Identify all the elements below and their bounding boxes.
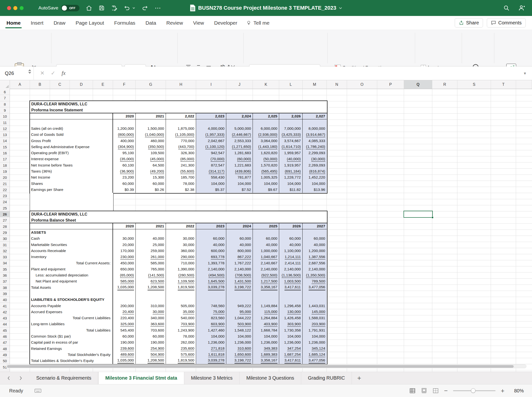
balance-sheet-cell-value[interactable]: 3,198,722 [226,358,253,364]
income-statement-cell-value[interactable]: (304,900) [113,144,136,150]
income-statement-year-header[interactable]: 2,024 [226,113,253,119]
balance-sheet-cell-value[interactable]: 2,140,000 [303,266,327,272]
search-icon[interactable] [503,5,510,11]
income-statement-cell-value[interactable]: (2,446,667) [226,132,253,138]
row-header-29[interactable]: 29 [0,230,10,236]
save-icon[interactable] [99,3,105,13]
income-statement-cell-value[interactable]: 3,574,667 [279,138,303,144]
balance-sheet-cell-value[interactable]: 20,400 [113,309,136,315]
balance-sheet-cell-value[interactable]: 254,900 [136,346,166,352]
balance-sheet-cell-value[interactable]: 703,600 [136,327,166,333]
income-statement-cell-value[interactable] [196,119,226,125]
balance-sheet-cell-value[interactable]: 290,000 [166,254,196,260]
income-statement-cell-value[interactable]: (30,000) [303,156,327,162]
income-statement-cell-value[interactable]: (3,425,333) [279,132,303,138]
balance-sheet-cell-value[interactable] [303,229,327,235]
income-statement-row-label[interactable] [30,119,113,125]
ribbon-tab-home[interactable]: Home [1,16,26,30]
tell-me[interactable]: Tell me [246,20,270,26]
balance-sheet-cell-value[interactable] [136,290,166,296]
balance-sheet-cell-value[interactable]: 3,358,167 [253,284,279,290]
row-header-20[interactable]: 20 [0,174,10,180]
column-header-S[interactable]: S [457,80,491,89]
balance-sheet-cell-value[interactable]: 3,417,611 [279,284,303,290]
balance-sheet-cell-value[interactable]: 1,035,000 [113,358,136,364]
balance-sheet-cell-value[interactable]: 600,000 [196,248,226,254]
balance-sheet-cell-value[interactable]: (1,350,500) [303,272,327,278]
sheet-tab-milestone-3-metrics[interactable]: Milestone 3 Metrics [184,372,240,384]
balance-sheet-row-label[interactable]: Capital paid in excess of par [30,339,113,346]
balance-sheet-cell-value[interactable]: 3,477,056 [303,284,327,290]
balance-sheet-cell-value[interactable]: 2,140,000 [196,266,226,272]
balance-sheet-row-label[interactable]: Inventory [30,254,113,260]
balance-sheet-cell-value[interactable] [226,290,253,296]
balance-sheet-cell-value[interactable]: 545,400 [113,327,136,333]
balance-sheet-cell-value[interactable]: 130,000 [279,309,303,315]
balance-sheet-cell-value[interactable]: 104,000 [196,333,226,339]
cancel-icon[interactable]: ✕ [40,70,44,76]
balance-sheet-cell-value[interactable]: 2,414,111 [279,260,303,266]
balance-sheet-cell-value[interactable]: 1,689,383 [253,352,279,358]
row-header-42[interactable]: 42 [0,309,10,315]
column-header-I[interactable]: I [196,80,226,89]
balance-sheet-cell-value[interactable]: 35,000 [166,309,196,315]
balance-sheet-cell-value[interactable]: 60,000 [226,236,253,242]
income-statement-year-header[interactable]: 2021 [136,113,166,119]
balance-sheet-cell-value[interactable]: (1,136,500) [279,272,303,278]
income-statement-cell-value[interactable]: 770,000 [166,138,196,144]
income-statement-cell-value[interactable] [113,119,136,125]
balance-sheet-cell-value[interactable]: 540,000 [166,315,196,321]
balance-sheet-cell-value[interactable]: 1,393,778 [196,260,226,266]
income-statement-cell-value[interactable]: (85,000) [166,156,196,162]
zoom-slider[interactable] [453,390,496,391]
balance-sheet-cell-value[interactable]: 710,000 [166,260,196,266]
income-statement-cell-value[interactable]: 2,042,667 [196,138,226,144]
balance-sheet-cell-value[interactable]: 1,791,931 [303,327,327,333]
balance-sheet-cell-value[interactable]: 310,000 [136,303,166,309]
income-statement-cell-value[interactable]: 104,000 [196,180,226,187]
income-statement-cell-value[interactable]: $11.82 [279,187,303,193]
autosave-toggle[interactable]: OFF [61,5,79,11]
row-header-45[interactable]: 45 [0,327,10,333]
balance-sheet-cell-value[interactable]: (708,500) [226,272,253,278]
column-header-J[interactable]: J [226,80,253,89]
balance-sheet-cell-value[interactable]: 703,900 [166,321,196,327]
formula-bar-expand-icon[interactable]: ▼ [523,71,527,75]
income-statement-cell-value[interactable]: 1,228,772 [279,174,303,180]
balance-sheet-row-label[interactable]: Accounts Payable [30,303,113,309]
income-statement-cell-value[interactable]: (443,700) [166,144,196,150]
balance-sheet-cell-value[interactable]: 349,383 [253,346,279,352]
balance-sheet-cell-value[interactable]: 115,000 [253,309,279,315]
column-header-N[interactable]: N [327,80,347,89]
balance-sheet-cell-value[interactable] [113,290,136,296]
income-statement-cell-value[interactable]: 1,919,957 [279,162,303,168]
row-header-48[interactable]: 48 [0,346,10,352]
balance-sheet-cell-value[interactable]: 1,687,254 [279,352,303,358]
balance-sheet-year-header[interactable]: 2023 [196,223,226,229]
income-statement-cell-value[interactable]: 241,300 [166,162,196,168]
row-header-39[interactable]: 39 [0,291,10,297]
row-header-17[interactable]: 17 [0,156,10,162]
fill-handle[interactable] [432,217,433,218]
balance-sheet-row-label[interactable]: LIABILITIES & STOCKHOLDER'S EQUITY [30,297,113,303]
column-header-A[interactable]: A [10,80,30,89]
income-statement-cell-value[interactable]: 5,000,000 [226,125,253,131]
balance-sheet-cell-value[interactable]: 1,611,818 [196,352,226,358]
balance-sheet-row-label[interactable]: Total Current Liabilities [30,315,113,321]
row-header-38[interactable]: 38 [0,285,10,291]
row-header-36[interactable]: 36 [0,272,10,278]
income-statement-cell-value[interactable]: (49,200) [136,168,166,174]
balance-sheet-cell-value[interactable]: 1,431,500 [226,278,253,284]
income-statement-cell-value[interactable] [279,119,303,125]
income-statement-cell-value[interactable]: 3,064,000 [253,138,279,144]
balance-sheet-cell-value[interactable]: 60,000 [136,333,166,339]
balance-sheet-cell-value[interactable]: 347,254 [279,346,303,352]
row-header-52[interactable]: 52 [0,370,10,372]
balance-sheet-corner-cell[interactable] [30,223,113,229]
close-window-button[interactable] [7,6,11,10]
name-box[interactable]: Q26 [0,66,34,80]
income-statement-cell-value[interactable]: 558,430 [196,174,226,180]
balance-sheet-cell-value[interactable] [166,229,196,235]
income-statement-cell-value[interactable]: (1,105,000) [166,132,196,138]
income-statement-cell-value[interactable]: 1,005,325 [253,174,279,180]
